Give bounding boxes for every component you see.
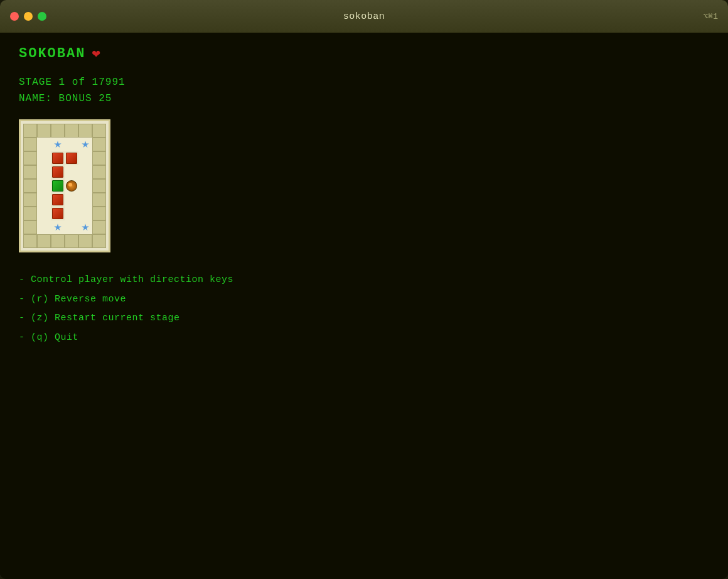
game-board bbox=[19, 119, 110, 252]
stage-info: STAGE 1 of 17991 NAME: BONUS 25 bbox=[19, 75, 709, 107]
cell-wall bbox=[92, 179, 106, 193]
goal-marker bbox=[54, 224, 62, 231]
cell-floor bbox=[65, 165, 78, 179]
stage-name: NAME: BONUS 25 bbox=[19, 91, 709, 107]
cell-wall bbox=[37, 234, 51, 248]
cell-floor bbox=[78, 165, 92, 179]
cell-wall bbox=[23, 165, 37, 179]
cell-box bbox=[65, 151, 78, 165]
cell-floor bbox=[78, 193, 92, 207]
app-window: sokoban ⌥⌘1 SOKOBAN ❤ STAGE 1 of 17991 N… bbox=[0, 0, 728, 579]
cell-floor bbox=[37, 179, 51, 193]
cell-floor bbox=[65, 220, 78, 234]
app-title-text: SOKOBAN bbox=[19, 46, 85, 62]
cell-floor bbox=[65, 193, 78, 207]
cell-wall bbox=[78, 124, 92, 138]
game-board-container bbox=[19, 119, 709, 252]
cell-floor bbox=[37, 220, 51, 234]
main-content: SOKOBAN ❤ STAGE 1 of 17991 NAME: BONUS 2… bbox=[0, 33, 728, 579]
cell-player bbox=[65, 179, 78, 193]
box-item bbox=[66, 153, 77, 164]
cell-wall bbox=[23, 234, 37, 248]
cell-goal bbox=[78, 220, 92, 234]
cell-wall bbox=[23, 193, 37, 207]
cell-floor bbox=[65, 207, 78, 220]
cell-wall bbox=[92, 234, 106, 248]
board-row bbox=[23, 207, 106, 220]
cell-wall bbox=[92, 151, 106, 165]
board-row bbox=[23, 220, 106, 234]
cell-floor bbox=[37, 193, 51, 207]
cell-wall bbox=[23, 138, 37, 151]
goal-marker bbox=[82, 141, 89, 148]
cell-wall bbox=[92, 193, 106, 207]
cell-floor bbox=[37, 165, 51, 179]
cell-wall bbox=[23, 207, 37, 220]
box-item bbox=[52, 208, 63, 219]
cell-goal bbox=[51, 138, 65, 151]
cell-box-on-goal bbox=[51, 179, 65, 193]
app-title: SOKOBAN ❤ bbox=[19, 45, 709, 62]
titlebar: sokoban ⌥⌘1 bbox=[0, 0, 728, 33]
goal-marker bbox=[54, 141, 62, 148]
cell-wall bbox=[65, 234, 78, 248]
board-row bbox=[23, 138, 106, 151]
maximize-button[interactable] bbox=[38, 12, 46, 21]
cell-box bbox=[51, 165, 65, 179]
cell-wall bbox=[23, 151, 37, 165]
cell-wall bbox=[78, 234, 92, 248]
cell-box bbox=[51, 207, 65, 220]
cell-wall bbox=[92, 124, 106, 138]
instruction-2: - (r) Reverse move bbox=[19, 291, 709, 309]
traffic-lights bbox=[10, 12, 46, 21]
instructions-panel: - Control player with direction keys - (… bbox=[19, 271, 709, 347]
board-row bbox=[23, 124, 106, 138]
cell-wall bbox=[37, 124, 51, 138]
board-row bbox=[23, 234, 106, 248]
cell-floor bbox=[37, 138, 51, 151]
cell-wall bbox=[23, 220, 37, 234]
cell-floor bbox=[65, 138, 78, 151]
cell-wall bbox=[92, 207, 106, 220]
cell-floor bbox=[78, 207, 92, 220]
heart-icon: ❤ bbox=[92, 45, 101, 62]
stage-number: STAGE 1 of 17991 bbox=[19, 75, 709, 91]
window-shortcut: ⌥⌘1 bbox=[704, 11, 718, 21]
box-item bbox=[52, 166, 63, 178]
minimize-button[interactable] bbox=[24, 12, 33, 21]
cell-wall bbox=[65, 124, 78, 138]
cell-wall bbox=[51, 124, 65, 138]
cell-box bbox=[51, 151, 65, 165]
instruction-1: - Control player with direction keys bbox=[19, 271, 709, 290]
box-item bbox=[52, 194, 63, 205]
cell-floor bbox=[78, 151, 92, 165]
cell-floor bbox=[37, 207, 51, 220]
cell-wall bbox=[23, 124, 37, 138]
board-row bbox=[23, 151, 106, 165]
board-row bbox=[23, 193, 106, 207]
box-item bbox=[52, 153, 63, 164]
instruction-3: - (z) Restart current stage bbox=[19, 310, 709, 328]
cell-goal bbox=[78, 138, 92, 151]
box-on-goal-item bbox=[52, 180, 63, 192]
board-row bbox=[23, 179, 106, 193]
cell-goal bbox=[51, 220, 65, 234]
cell-floor bbox=[78, 179, 92, 193]
player-character bbox=[66, 180, 77, 192]
instruction-4: - (q) Quit bbox=[19, 329, 709, 347]
board-row bbox=[23, 165, 106, 179]
window-title: sokoban bbox=[343, 11, 385, 22]
cell-wall bbox=[23, 179, 37, 193]
cell-wall bbox=[92, 220, 106, 234]
cell-wall bbox=[92, 138, 106, 151]
cell-wall bbox=[51, 234, 65, 248]
cell-floor bbox=[37, 151, 51, 165]
cell-box bbox=[51, 193, 65, 207]
goal-marker bbox=[82, 224, 89, 231]
cell-wall bbox=[92, 165, 106, 179]
close-button[interactable] bbox=[10, 12, 19, 21]
